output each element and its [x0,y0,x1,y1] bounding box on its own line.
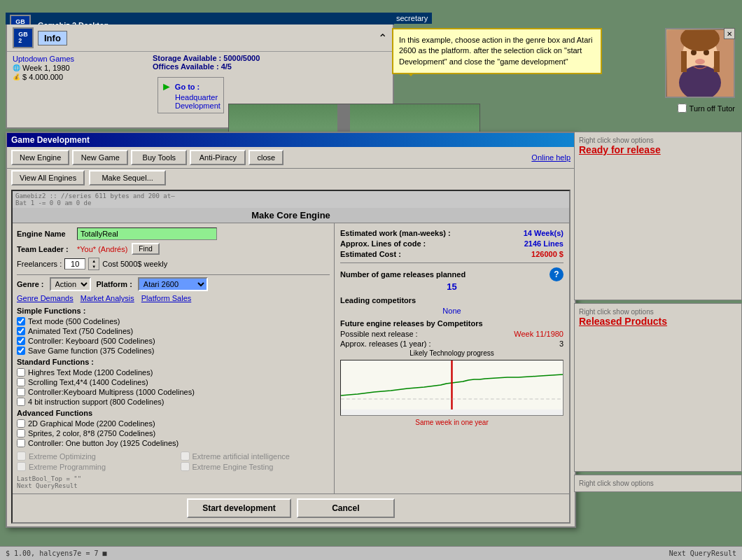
status-bar: $ 1.00, halcyens7e = 7 ■ Next QueryResul… [0,546,742,560]
std-func-3-check[interactable] [17,388,25,396]
new-game-btn[interactable]: New Game [72,150,128,165]
released-products-title[interactable]: Released Products [579,316,737,327]
std-func-1: Highres Text Mode (1200 Codelines) [17,368,330,377]
new-engine-btn[interactable]: New Engine [11,150,69,165]
simple-func-2-check[interactable] [17,327,25,335]
released-right-click-hint: Right click show options [579,308,737,316]
estimated-cost-row: Estimated Cost : 126000 $ [340,250,564,258]
extreme-testing: Extreme Engine Testing [181,462,330,471]
development-link[interactable]: Development [161,102,220,110]
turn-off-tutor-checkbox[interactable] [678,104,687,113]
goto-panel: ► Go to : Headquarter Development [158,77,224,113]
extreme-programming: Extreme Programming [17,462,167,471]
simple-func-4-check[interactable] [17,346,25,355]
online-help-link[interactable]: Online help [531,153,570,162]
headquarter-link[interactable]: Headquarter [161,93,220,102]
approx-lines-label: Approx. Lines of code : [340,239,426,248]
extreme-prog-check [17,462,26,471]
bottom-buttons: Start development Cancel [13,493,569,522]
info-collapse-btn[interactable]: ⌃ [378,31,387,45]
market-analysis-link[interactable]: Market Analysis [80,294,134,302]
freelancers-spinner[interactable]: ▲ ▼ [88,258,99,270]
close-secretary-btn[interactable]: ✕ [724,28,735,39]
anti-piracy-btn[interactable]: Anti-Piracy [190,150,246,165]
adv-func-3: Controller: One button Joy (1925 Codelin… [17,439,330,447]
bottom-code-ref: LastBool_Top = "" Next QueryResult [17,475,330,489]
competitors-label: Leading competitors [340,296,564,304]
spin-down-btn[interactable]: ▼ [89,264,99,270]
offices-label: Offices Available : [153,62,219,71]
simple-func-4: Save Game function (375 Codelines) [17,346,330,355]
storage-value: 5000/5000 [223,54,260,62]
turn-off-tutor-row: Turn off Tutor [678,104,735,113]
standard-functions-title: Standard Functions : [17,358,330,366]
view-all-engines-btn[interactable]: View All Engines [11,170,85,186]
svg-rect-8 [714,51,720,72]
simple-func-3: Controller: Keyboard (500 Codelines) [17,337,330,345]
advanced-functions-section: Advanced Functions 2D Graphical Mode (22… [17,409,330,447]
adv-func-3-label: Controller: One button Joy (1925 Codelin… [28,439,178,447]
engine-name-row: Engine Name [17,227,330,240]
standard-functions-section: Standard Functions : Highres Text Mode (… [17,358,330,406]
team-leader-row: Team Leader : *You* (Andrés) Find [17,243,330,255]
released-products-content [579,327,737,467]
adv-func-2: Sprites, 2 color, 8*8 (2750 Codelines) [17,429,330,438]
std-func-2-check[interactable] [17,378,25,386]
help-icon[interactable]: ? [550,267,564,281]
genre-demands-link[interactable]: Genre Demands [17,294,74,302]
ready-for-release-section: Right click show options Ready for relea… [574,132,742,300]
extreme-test-label: Extreme Engine Testing [192,463,274,471]
engine-name-input[interactable] [77,227,217,240]
company-info: Uptodown Games 🌐 Week 1, 1980 💰 $ 4.000.… [13,55,74,125]
released-products-section: Right click show options Released Produc… [574,303,742,472]
spin-up-btn[interactable]: ▲ [89,258,99,264]
find-btn[interactable]: Find [132,243,159,255]
info-panel: GB2 Info ⌃ Storage Available : 5000/5000… [6,24,394,129]
adv-func-2-check[interactable] [17,429,25,438]
simple-func-1: Text mode (500 Codelines) [17,317,330,326]
freelancers-cost: Cost 5000$ weekly [102,260,167,268]
start-dev-btn[interactable]: Start development [187,498,291,518]
approx-releases-label: Approx. releases (1 year) : [340,340,431,348]
cancel-btn[interactable]: Cancel [297,498,395,518]
make-sequel-btn[interactable]: Make Sequel... [89,170,166,186]
simple-func-1-check[interactable] [17,317,25,326]
money-value: $ 4.000.000 [22,73,63,81]
toolbar-row2: View All Engines Make Sequel... [7,169,575,187]
extreme-prog-label: Extreme Programming [29,463,106,471]
freelancers-label: Freelancers : [17,260,62,268]
platform-select[interactable]: Atari 2600 [138,277,208,291]
make-core-panel: Gamebiz2 :: //series 611 bytes and 200 a… [11,190,570,524]
ready-for-release-title[interactable]: Ready for release [579,144,737,155]
simple-func-3-check[interactable] [17,337,25,345]
genre-select[interactable]: Action [50,277,91,291]
possible-next-row: Possible next release : Week 11/1980 [340,330,564,338]
std-func-4-check[interactable] [17,398,25,406]
freelancers-input[interactable] [64,258,85,270]
adv-func-1-check[interactable] [17,419,25,428]
std-func-3-label: Controller:Keyboard Multipress (1000 Cod… [28,388,195,396]
adv-func-3-check[interactable] [17,439,25,447]
info-icon: GB2 [13,27,34,48]
company-name[interactable]: Uptodown Games [13,55,74,63]
ready-for-release-content [579,155,737,295]
chart-week-label: Same week in one year [340,419,564,426]
secretary-area: secretary In this example, choose action… [392,13,735,24]
extreme-ai-check [181,451,190,461]
simple-func-3-label: Controller: Keyboard (500 Codelines) [28,337,155,345]
platform-sales-link[interactable]: Platform Sales [141,294,192,302]
engine-name-label: Engine Name [17,230,73,238]
estimated-work-row: Estimated work (man-weeks) : 14 Week(s) [340,229,564,237]
right-panel: Estimated work (man-weeks) : 14 Week(s) … [335,223,569,493]
extreme-section: Extreme Optimizing Extreme Programming E… [17,451,330,472]
svg-point-5 [695,59,705,64]
buy-tools-btn[interactable]: Buy Tools [131,150,187,165]
simple-functions-section: Simple Functions : Text mode (500 Codeli… [17,307,330,355]
close-btn[interactable]: close [248,150,284,165]
extreme-opt-label: Extreme Optimizing [29,452,96,461]
status-text: $ 1.00, halcyens7e = 7 ■ [6,550,107,557]
adv-func-1: 2D Graphical Mode (2200 Codelines) [17,419,330,428]
std-func-1-check[interactable] [17,368,25,377]
std-func-3: Controller:Keyboard Multipress (1000 Cod… [17,388,330,396]
make-core-header: Make Core Engine [13,208,569,223]
